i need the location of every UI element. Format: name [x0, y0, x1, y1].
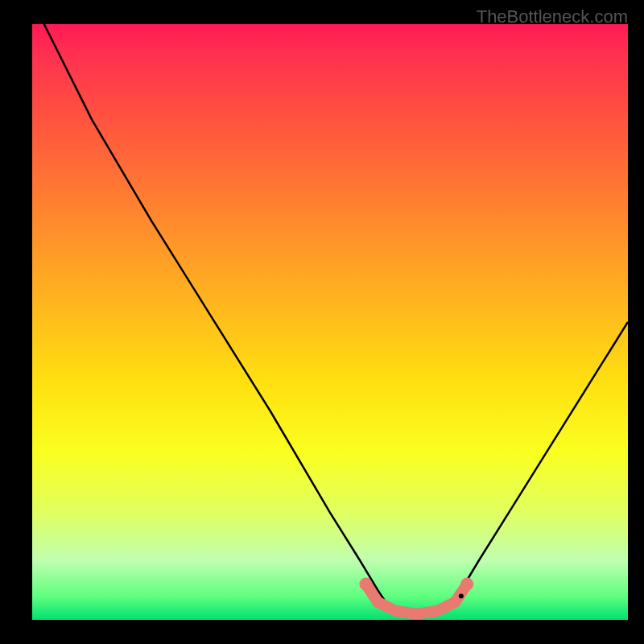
marker-dot [459, 593, 464, 598]
plot-area [32, 24, 628, 620]
curve-line [44, 24, 628, 614]
chart-container: TheBottleneck.com [0, 0, 644, 644]
watermark-text: TheBottleneck.com [477, 6, 628, 27]
curve-svg [32, 24, 628, 620]
highlight-endpoint [359, 578, 372, 591]
highlight-band [365, 584, 467, 614]
highlight-endpoint [460, 578, 473, 591]
